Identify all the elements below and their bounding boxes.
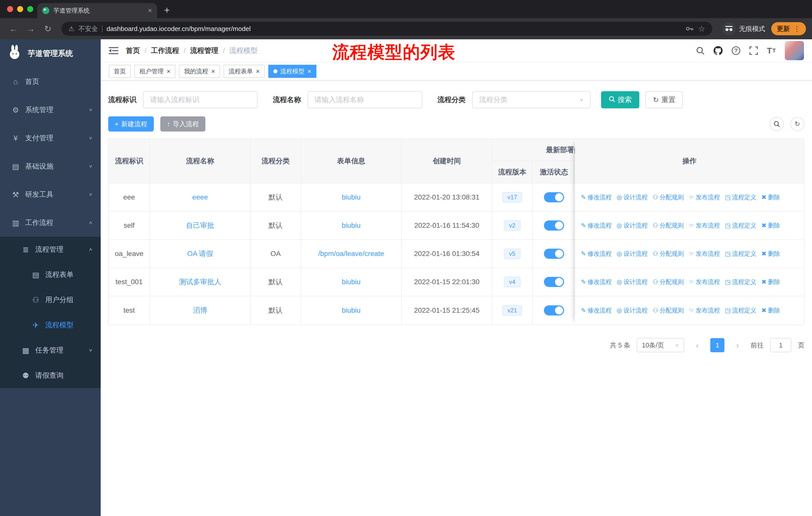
active-status-toggle[interactable] (544, 220, 564, 230)
action-publish-link[interactable]: ☞发布流程 (689, 193, 720, 201)
user-avatar[interactable] (785, 41, 804, 60)
address-bar[interactable]: ⚠ 不安全 dashboard.yudao.iocoder.cn/bpm/man… (61, 22, 712, 36)
action-modify-link[interactable]: ✎修改流程 (581, 193, 612, 201)
action-modify-link[interactable]: ✎修改流程 (581, 278, 612, 286)
goto-page-input[interactable] (770, 338, 791, 352)
action-design-link[interactable]: ◎设计流程 (617, 250, 648, 258)
form-info-link[interactable]: biubiu (342, 221, 361, 229)
process-name-input[interactable] (308, 91, 423, 108)
window-minimize-button[interactable] (17, 6, 23, 12)
form-info-link[interactable]: biubiu (342, 306, 361, 315)
sidebar-item-workflow[interactable]: ▥工作流程∧ (0, 209, 101, 237)
sidebar-item-system[interactable]: ⚙系统管理∨ (0, 96, 101, 124)
bookmark-star-icon[interactable]: ☆ (698, 24, 705, 33)
font-size-icon[interactable]: TT (767, 46, 776, 55)
sidebar-item-process-management[interactable]: ≣流程管理∧ (0, 237, 101, 262)
form-info-link[interactable]: biubiu (342, 278, 361, 286)
create-process-button[interactable]: + 新建流程 (108, 116, 154, 132)
back-button[interactable]: ← (6, 24, 21, 34)
action-modify-link[interactable]: ✎修改流程 (581, 306, 612, 315)
active-status-toggle[interactable] (544, 192, 564, 202)
action-delete-link[interactable]: ✖删除 (761, 221, 780, 229)
action-definition-link[interactable]: ◳流程定义 (725, 278, 756, 286)
browser-update-button[interactable]: 更新 ⋮ (771, 22, 806, 35)
github-icon[interactable] (714, 46, 723, 55)
process-name-link[interactable]: OA 请假 (187, 249, 213, 259)
page-1-button[interactable]: 1 (710, 338, 724, 352)
action-modify-link[interactable]: ✎修改流程 (581, 250, 612, 258)
action-delete-link[interactable]: ✖删除 (761, 250, 780, 258)
sidebar-item-task-management[interactable]: ▦任务管理∨ (0, 337, 101, 363)
sidebar-item-process-form[interactable]: ▤流程表单 (0, 262, 101, 287)
forward-button[interactable]: → (23, 24, 38, 34)
action-publish-link[interactable]: ☞发布流程 (689, 250, 720, 258)
sidebar-item-home[interactable]: ⌂首页 (0, 67, 101, 96)
tag-close-icon[interactable]: × (167, 68, 170, 75)
action-publish-link[interactable]: ☞发布流程 (689, 221, 720, 229)
action-delete-link[interactable]: ✖删除 (761, 278, 780, 286)
action-definition-link[interactable]: ◳流程定义 (725, 306, 756, 315)
refresh-table-button[interactable]: ↻ (790, 117, 805, 131)
tag-close-icon[interactable]: × (308, 68, 311, 75)
sidebar-item-devtools[interactable]: ⚒研发工具∨ (0, 181, 101, 209)
help-icon[interactable]: ? (732, 46, 740, 55)
reload-button[interactable]: ↻ (40, 24, 55, 34)
process-name-link[interactable]: 自己审批 (186, 221, 214, 230)
next-page-button[interactable]: › (731, 338, 744, 352)
action-delete-link[interactable]: ✖删除 (761, 193, 780, 201)
breadcrumb-item-process-management[interactable]: 流程管理 (190, 46, 219, 55)
app-logo[interactable]: 芋道管理系统 (0, 39, 101, 67)
toggle-search-button[interactable] (770, 117, 784, 131)
active-status-toggle[interactable] (544, 249, 564, 259)
process-name-link[interactable]: eeee (192, 193, 208, 201)
action-design-link[interactable]: ◎设计流程 (617, 306, 648, 315)
action-assign-rule-link[interactable]: ⚇分配规则 (653, 250, 684, 258)
action-design-link[interactable]: ◎设计流程 (617, 193, 648, 201)
tag-my-process[interactable]: 我的流程× (179, 65, 220, 78)
process-name-link[interactable]: 测试多审批人 (179, 277, 221, 287)
tag-tenant-management[interactable]: 租户管理× (135, 65, 175, 78)
process-key-input[interactable] (143, 91, 258, 108)
form-info-link[interactable]: biubiu (342, 193, 361, 201)
action-definition-link[interactable]: ◳流程定义 (725, 250, 756, 258)
sidebar-item-process-model[interactable]: ✈流程模型 (0, 313, 101, 337)
action-definition-link[interactable]: ◳流程定义 (725, 193, 756, 201)
tag-close-icon[interactable]: × (211, 68, 215, 75)
action-assign-rule-link[interactable]: ⚇分配规则 (653, 193, 684, 201)
tag-close-icon[interactable]: × (256, 68, 260, 75)
browser-menu-icon[interactable]: ⋮ (793, 25, 801, 33)
search-button[interactable]: 搜索 (601, 91, 639, 108)
breadcrumb-item-workflow[interactable]: 工作流程 (151, 46, 179, 55)
action-definition-link[interactable]: ◳流程定义 (725, 221, 756, 229)
sidebar-item-leave-query[interactable]: ⚉请假查询 (0, 363, 101, 388)
reset-button[interactable]: ↻ 重置 (645, 91, 683, 108)
action-assign-rule-link[interactable]: ⚇分配规则 (653, 306, 684, 315)
sidebar-collapse-icon[interactable] (109, 47, 118, 54)
action-design-link[interactable]: ◎设计流程 (617, 221, 648, 229)
action-assign-rule-link[interactable]: ⚇分配规则 (653, 278, 684, 286)
action-delete-link[interactable]: ✖删除 (761, 306, 780, 315)
sidebar-item-payment[interactable]: ¥支付管理∨ (0, 124, 101, 152)
sidebar-item-infrastructure[interactable]: ▤基础设施∨ (0, 152, 101, 181)
tag-process-form[interactable]: 流程表单× (224, 65, 265, 78)
process-category-select[interactable]: 流程分类 ∨ (472, 91, 590, 108)
search-icon[interactable] (696, 46, 704, 55)
action-publish-link[interactable]: ☞发布流程 (689, 278, 720, 286)
fullscreen-icon[interactable] (749, 46, 758, 55)
tag-home[interactable]: 首页 (109, 65, 131, 78)
action-assign-rule-link[interactable]: ⚇分配规则 (653, 221, 684, 229)
tag-process-model[interactable]: 流程模型× (268, 65, 316, 78)
form-info-link[interactable]: /bpm/oa/leave/create (318, 250, 384, 258)
active-status-toggle[interactable] (544, 277, 564, 287)
import-process-button[interactable]: ↑ 导入流程 (160, 116, 205, 132)
page-size-select[interactable]: 10条/页 ∨ (637, 338, 684, 352)
process-name-link[interactable]: 滔博 (193, 306, 207, 315)
tab-close-icon[interactable]: × (148, 6, 152, 15)
sidebar-item-user-group[interactable]: ⚇用户分组 (0, 287, 101, 313)
browser-tab[interactable]: 芋道管理系统 × (37, 3, 157, 18)
action-modify-link[interactable]: ✎修改流程 (581, 221, 612, 229)
prev-page-button[interactable]: ‹ (691, 338, 704, 352)
new-tab-button[interactable]: + (164, 5, 170, 16)
action-design-link[interactable]: ◎设计流程 (617, 278, 648, 286)
password-key-icon[interactable] (686, 24, 694, 33)
